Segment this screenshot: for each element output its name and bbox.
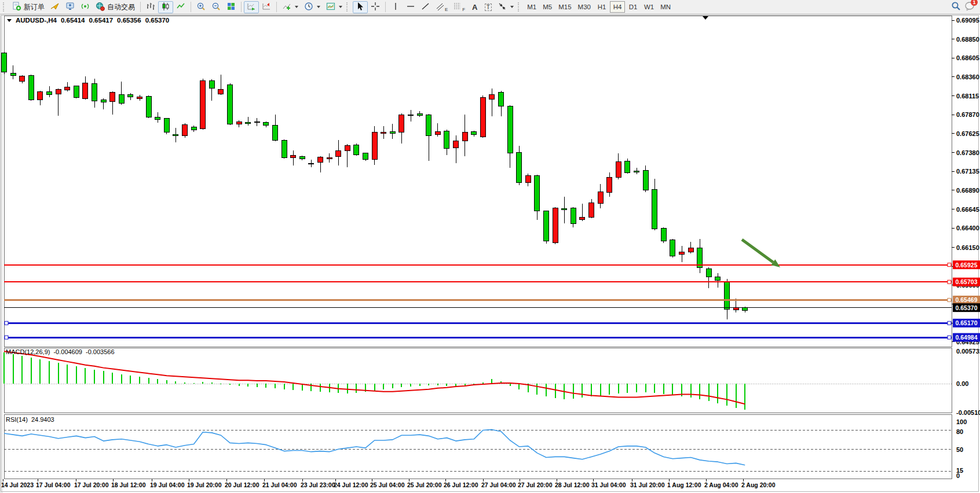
timeframe-D1[interactable]: D1 — [626, 1, 641, 13]
crosshair-tool-button[interactable] — [368, 1, 383, 13]
autotrading-button[interactable]: 自动交易 — [93, 1, 138, 13]
ohlc-open: 0.65414 — [61, 17, 85, 24]
toolbar-separator — [241, 2, 242, 12]
fibonacci-tool-button[interactable]: F — [451, 1, 468, 13]
chart-shift-button[interactable] — [259, 1, 274, 13]
auto-scroll-button[interactable] — [244, 1, 259, 13]
candle — [454, 141, 459, 148]
symbol-dropdown-icon[interactable] — [7, 19, 12, 22]
candle — [507, 106, 513, 153]
candle — [571, 208, 576, 224]
macd-histogram-bar — [437, 384, 438, 385]
line-handle[interactable] — [948, 280, 951, 284]
terminal-button[interactable] — [63, 1, 78, 13]
macd-histogram-bar — [347, 384, 348, 393]
timeframe-M15[interactable]: M15 — [555, 1, 574, 13]
trendline-tool-button[interactable] — [418, 1, 433, 13]
candle — [92, 84, 97, 101]
candle — [273, 126, 278, 140]
price-line-label-text: 0.65370 — [956, 304, 978, 311]
macd-histogram-bar — [229, 384, 231, 385]
metaeditor-button[interactable] — [47, 1, 63, 13]
autotrading-icon — [96, 2, 105, 13]
timeframe-M5[interactable]: M5 — [540, 1, 555, 13]
candle — [670, 240, 675, 256]
tile-windows-button[interactable] — [224, 1, 239, 13]
indicators-dropdown-icon[interactable] — [295, 6, 298, 8]
left-gutter — [0, 15, 3, 493]
macd-histogram-bar — [465, 384, 466, 385]
macd-histogram-bar — [374, 384, 375, 391]
new-order-button[interactable]: 新订单 — [9, 1, 47, 13]
price-line-label-text: 0.65469 — [956, 296, 978, 303]
text-tool-button[interactable]: A — [468, 1, 481, 13]
timeframe-M30[interactable]: M30 — [575, 1, 594, 13]
candle — [155, 117, 160, 119]
candle — [525, 176, 531, 183]
macd-histogram-bar — [636, 384, 637, 392]
periods-dropdown-icon[interactable] — [317, 6, 320, 8]
price-tick-label: 0.68115 — [956, 93, 979, 100]
time-label: 2 Aug 20:00 — [741, 481, 776, 488]
candle — [65, 87, 70, 90]
candle — [327, 158, 332, 159]
arrows-tool-button[interactable] — [495, 1, 517, 13]
macd-histogram-bar — [67, 365, 68, 384]
line-handle[interactable] — [5, 336, 8, 339]
timeframe-W1[interactable]: W1 — [641, 1, 657, 13]
vertical-line-tool-button[interactable] — [388, 1, 403, 13]
line-handle[interactable] — [948, 336, 951, 339]
templates-button[interactable] — [323, 1, 345, 13]
timeframe-M1[interactable]: M1 — [524, 1, 539, 13]
candle — [128, 95, 133, 97]
timeframe-H1[interactable]: H1 — [594, 1, 609, 13]
toolbar-grip[interactable] — [3, 2, 7, 12]
indicators-button[interactable] — [279, 1, 301, 13]
cursor-tool-button[interactable] — [353, 1, 368, 13]
macd-histogram-bar — [247, 384, 248, 387]
line-handle[interactable] — [948, 263, 951, 267]
macd-histogram-bar — [555, 384, 556, 398]
zoom-in-button[interactable] — [193, 1, 209, 13]
metaeditor-icon — [50, 2, 60, 13]
macd-histogram-bar — [744, 384, 745, 410]
macd-histogram-bar — [627, 384, 628, 393]
time-label: 23 Jul 23:00 — [301, 481, 335, 488]
macd-histogram-bar — [536, 384, 537, 395]
macd-histogram-bar — [672, 384, 673, 395]
chart-canvas[interactable]: 0.690950.688500.686050.683600.681150.678… — [0, 0, 980, 493]
arrows-dropdown-icon[interactable] — [510, 6, 514, 8]
zoom-out-button[interactable] — [209, 1, 224, 13]
signals-button[interactable] — [78, 1, 93, 13]
candlestick-chart-button[interactable] — [158, 1, 173, 13]
line-handle[interactable] — [5, 321, 8, 325]
search-icon[interactable] — [951, 1, 961, 13]
bar-chart-button[interactable] — [143, 1, 158, 13]
signals-icon — [81, 2, 90, 13]
time-label: 25 Jul 04:00 — [370, 481, 405, 488]
templates-dropdown-icon[interactable] — [339, 6, 342, 8]
periods-button[interactable] — [301, 1, 323, 13]
price-tick-label: 0.66890 — [956, 187, 979, 194]
candle — [688, 248, 693, 252]
notifications-button[interactable]: 1 — [964, 1, 975, 13]
price-line-label-text: 0.64984 — [956, 334, 978, 341]
line-handle[interactable] — [948, 298, 951, 301]
time-label: 1 Aug 12:00 — [667, 481, 701, 488]
equidistant-channel-tool-button[interactable]: E — [433, 1, 451, 13]
timeframe-H4[interactable]: H4 — [610, 1, 625, 13]
new-order-icon — [12, 2, 21, 13]
templates-icon — [326, 2, 335, 13]
line-chart-button[interactable] — [173, 1, 188, 13]
text-label-tool-button[interactable]: T — [481, 1, 495, 13]
symbol-ohlc-line[interactable]: AUDUSD-,H4 0.65414 0.65417 0.65356 0.653… — [7, 17, 169, 24]
timeframe-MN[interactable]: MN — [657, 1, 674, 13]
arrows-icon — [498, 2, 507, 13]
macd-name: MACD(12,26,9) — [6, 348, 50, 355]
toolbar-grip[interactable] — [518, 2, 522, 12]
line-handle[interactable] — [948, 321, 951, 325]
horizontal-line-tool-button[interactable] — [403, 1, 418, 13]
time-label: 14 Jul 2023 — [1, 481, 34, 488]
toolbar-grip[interactable] — [346, 2, 350, 12]
candle — [38, 91, 43, 100]
